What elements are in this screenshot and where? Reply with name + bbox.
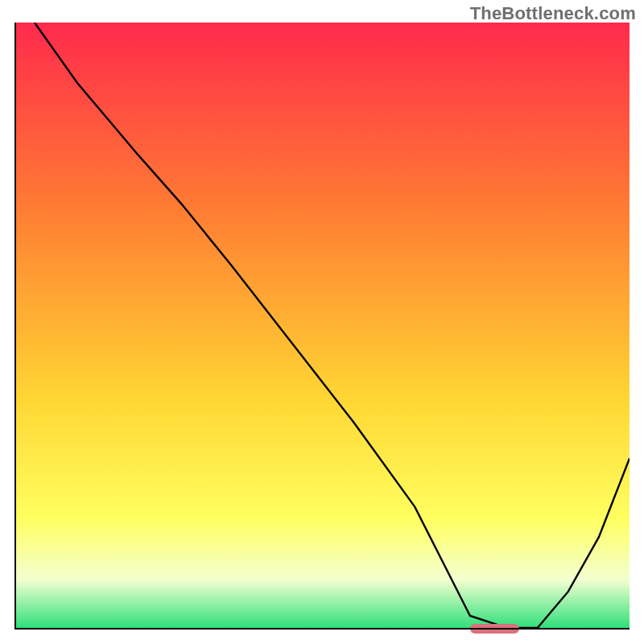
y-axis bbox=[14, 23, 16, 630]
watermark-text: TheBottleneck.com bbox=[470, 3, 636, 24]
bottleneck-curve bbox=[16, 23, 630, 628]
x-axis bbox=[14, 628, 630, 630]
